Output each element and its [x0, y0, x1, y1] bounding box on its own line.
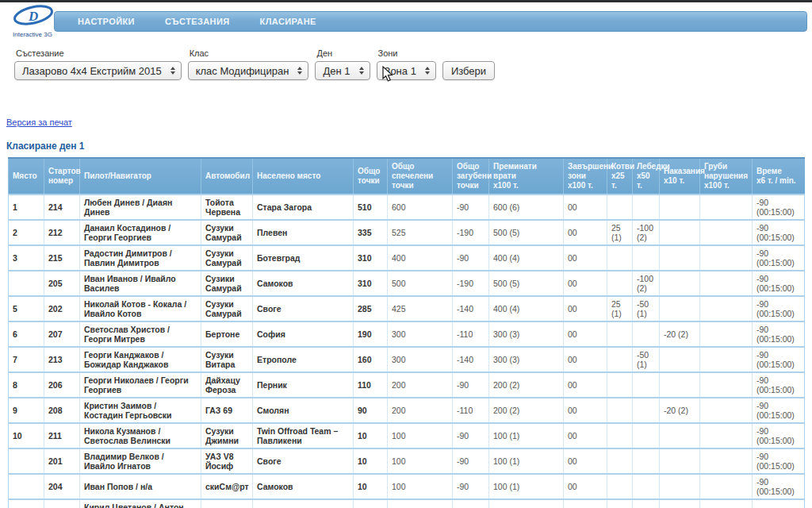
- table-cell: Сузуки Самурай: [201, 220, 253, 245]
- table-cell: 204: [44, 474, 80, 499]
- table-cell: Кирил Цветанов / Антон Пенчев: [80, 499, 201, 508]
- table-cell: 100: [388, 474, 453, 499]
- table-cell: 214: [44, 194, 80, 220]
- table-cell: Своге: [253, 296, 354, 321]
- day-select[interactable]: Ден 1: [315, 61, 370, 80]
- header-cell: Лебедки х50 т.: [633, 158, 660, 194]
- nav-item-settings[interactable]: НАСТРОЙКИ: [63, 11, 150, 32]
- table-cell: 100 (1): [489, 474, 564, 499]
- table-cell: 100: [388, 448, 453, 474]
- table-cell: 25 (1): [607, 220, 633, 245]
- table-cell: 201: [44, 448, 80, 474]
- select-spinner-icon: [170, 67, 175, 75]
- svg-text:D: D: [28, 9, 38, 24]
- table-cell: [633, 194, 660, 220]
- table-cell: 3: [9, 245, 44, 271]
- table-cell: -90 (00:15:00): [753, 220, 805, 245]
- nav-item-competitions[interactable]: СЪСТЕЗАНИЯ: [150, 11, 245, 32]
- table-cell: 500 (5): [489, 271, 564, 296]
- table-cell: 400 (4): [489, 296, 564, 321]
- mouse-cursor-icon: [382, 66, 394, 83]
- day-label: Ден: [316, 48, 370, 58]
- table-row: 204Иван Попов / н/аскиСм@ртСамоков10100-…: [9, 474, 805, 499]
- competition-label: Състезание: [16, 48, 182, 58]
- table-cell: Кристин Заимов / Костадин Гергьовски: [80, 398, 201, 423]
- header-cell: Завършени зони х100 т.: [564, 158, 607, 194]
- table-cell: Николай Котов - Кокала / Ивайло Котов: [80, 296, 201, 321]
- table-cell: 00: [564, 448, 607, 474]
- table-cell: 0: [388, 499, 453, 508]
- navbar: НАСТРОЙКИ СЪСТЕЗАНИЯ КЛАСИРАНЕ: [54, 11, 807, 32]
- table-cell: София: [253, 321, 354, 347]
- table-cell: 00: [564, 296, 607, 321]
- table-cell: Стара Загора: [253, 194, 354, 220]
- table-cell: 160: [354, 347, 388, 372]
- table-cell: 90: [354, 398, 388, 423]
- table-cell: Георги Канджаков / Божидар Канджаков: [80, 347, 201, 372]
- table-cell: Сузуки Самурай: [201, 245, 253, 271]
- table-cell: [700, 423, 753, 448]
- table-cell: -90 (00:15:00): [753, 372, 805, 398]
- table-cell: 10: [354, 474, 388, 499]
- class-select-value: клас Модифициран: [196, 65, 289, 77]
- table-cell: 400: [388, 245, 453, 271]
- table-cell: [607, 372, 633, 398]
- table-cell: [633, 321, 660, 347]
- table-cell: 00: [564, 347, 607, 372]
- competition-select[interactable]: Лазарово 4х4 Екстрийм 2015: [14, 61, 182, 80]
- table-cell: [700, 296, 753, 321]
- logo-text: Interactive 3G: [8, 31, 57, 38]
- table-cell: -90 (00:15:00): [753, 423, 805, 448]
- table-cell: Тойота Червена: [201, 194, 253, 220]
- table-cell: [660, 499, 700, 508]
- class-select[interactable]: клас Модифициран: [188, 61, 309, 80]
- table-cell: 215: [44, 245, 80, 271]
- logo: D Interactive 3G: [8, 4, 57, 38]
- header-cell: Време х6 т. / min.: [753, 158, 805, 194]
- table-cell: -90: [453, 423, 489, 448]
- table-cell: -110: [453, 321, 489, 347]
- table-cell: [607, 245, 633, 271]
- table-cell: -90 (00:15:00): [753, 194, 805, 220]
- table-row: 2212Данаил Костадинов / Георги ГеоргиевС…: [9, 220, 805, 245]
- class-label: Клас: [190, 48, 309, 58]
- table-cell: 00: [564, 398, 607, 423]
- print-version-link[interactable]: Версия за печат: [6, 117, 72, 127]
- table-cell: Дайхацу Фероза: [201, 372, 253, 398]
- table-cell: 207: [44, 321, 80, 347]
- table-cell: ГАЗ 69: [201, 398, 253, 423]
- apply-button[interactable]: Избери: [442, 61, 495, 80]
- table-cell: 425: [388, 296, 453, 321]
- table-cell: (00:00:00): [753, 499, 805, 508]
- table-cell: 212: [44, 220, 80, 245]
- results-table: МястоСтартов номерПилот/НавигаторАвтомоб…: [8, 157, 805, 508]
- table-cell: Светослав Христов / Георги Митрев: [80, 321, 201, 347]
- table-cell: [660, 194, 700, 220]
- table-cell: Плевен: [253, 220, 354, 245]
- table-cell: 285: [354, 296, 388, 321]
- table-header-row: МястоСтартов номерПилот/НавигаторАвтомоб…: [9, 158, 805, 194]
- table-cell: [607, 499, 633, 508]
- day-select-value: Ден 1: [323, 65, 350, 77]
- table-cell: [700, 194, 753, 220]
- header-cell: Котви х25 т.: [607, 158, 633, 194]
- table-body: 1214Любен Динев / Диаян ДиневТойота Черв…: [9, 194, 805, 508]
- table-row: 1214Любен Динев / Диаян ДиневТойота Черв…: [9, 194, 805, 220]
- table-cell: -90 (00:15:00): [753, 398, 805, 423]
- table-cell: Офроудър.БГ: [253, 499, 354, 508]
- table-cell: Радостин Димитров / Павлин Димитров: [80, 245, 201, 271]
- table-cell: Любен Динев / Диаян Динев: [80, 194, 201, 220]
- table-cell: 205: [44, 271, 80, 296]
- table-cell: [660, 372, 700, 398]
- table-cell: УАЗ V8 Йосиф: [201, 448, 253, 474]
- nav-item-rankings[interactable]: КЛАСИРАНЕ: [245, 11, 331, 32]
- table-cell: 200 (2): [489, 398, 564, 423]
- table-cell: 200 (2): [489, 372, 564, 398]
- table-cell: 210: [44, 499, 80, 508]
- table-cell: -140: [453, 347, 489, 372]
- table-cell: Данаил Костадинов / Георги Георгиев: [80, 220, 201, 245]
- table-cell: Перник: [253, 372, 354, 398]
- table-cell: 200: [388, 372, 453, 398]
- table-cell: -90 (00:15:00): [753, 321, 805, 347]
- table-cell: [633, 423, 660, 448]
